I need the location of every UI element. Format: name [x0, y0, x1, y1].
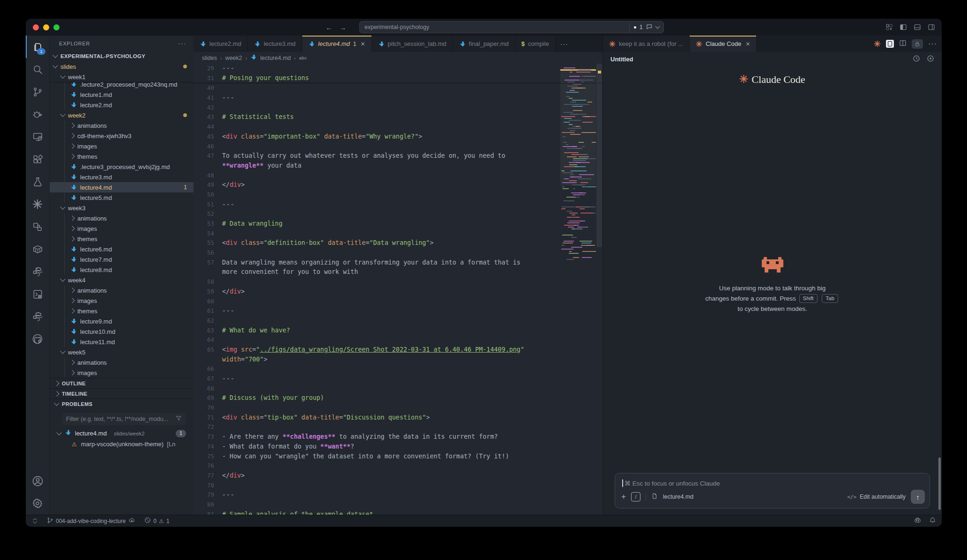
- notifications-bell-icon[interactable]: [929, 517, 936, 525]
- tab-final-paper-md[interactable]: final_paper.md: [453, 36, 515, 52]
- tree-file-.lecture2_processed_mqo243nq.md[interactable]: .lecture2_processed_mqo243nq.md: [50, 82, 193, 89]
- problems-file-row[interactable]: lecture4.md slides/week2 1: [50, 428, 193, 439]
- toggle-primary-sidebar-icon[interactable]: [900, 23, 907, 31]
- tab-pitch-session-lab-md[interactable]: pitch_session_lab.md: [372, 36, 453, 52]
- claude-prompt-input[interactable]: ⌘ Esc to focus or unfocus Claude + / lec…: [615, 473, 930, 508]
- activity-claude-icon[interactable]: [26, 193, 49, 215]
- code-editor[interactable]: 29---31# Posing your questions 4041---42…: [193, 64, 603, 515]
- activity-extensions-icon[interactable]: [26, 148, 49, 170]
- tree-folder-week1[interactable]: week1: [50, 72, 193, 82]
- tab-keep-it-as-a-robot-for-[interactable]: keep it as a robot (for ...: [603, 36, 690, 52]
- slash-command-button[interactable]: /: [631, 492, 640, 501]
- command-center-search[interactable]: experimental-psychology: [359, 21, 633, 33]
- more-actions-icon[interactable]: ···: [928, 40, 937, 48]
- code-line-31: 31# Posing your questions: [193, 74, 603, 83]
- scrollbar-thumb[interactable]: [596, 64, 602, 247]
- tree-file-lecture1.md[interactable]: lecture1.md: [50, 89, 193, 100]
- lock-icon[interactable]: [912, 39, 923, 49]
- tree-folder-themes[interactable]: themes: [50, 151, 193, 162]
- tree-folder-images[interactable]: images: [50, 295, 193, 306]
- more-tabs-button[interactable]: ···: [556, 36, 573, 52]
- toggle-secondary-sidebar-icon[interactable]: [928, 23, 935, 31]
- tree-folder-animations[interactable]: animations: [50, 120, 193, 131]
- tab-lecture3-md[interactable]: lecture3.md: [248, 36, 302, 52]
- activity-notebook-tools-icon[interactable]: [26, 283, 49, 305]
- activity-explorer-icon[interactable]: 1: [26, 36, 49, 58]
- minimize-window-button[interactable]: [43, 24, 49, 30]
- activity-account-icon[interactable]: [26, 470, 49, 492]
- problems-filter-input[interactable]: Filter (e.g. text, **/*.ts, !**/node_mod…: [62, 413, 186, 425]
- tree-folder-week4[interactable]: week4: [50, 275, 193, 285]
- claude-editor-toggle-icon[interactable]: [886, 40, 894, 48]
- section-timeline[interactable]: TIMELINE: [50, 388, 193, 398]
- tree-file-lecture9.md[interactable]: lecture9.md: [50, 316, 193, 326]
- tree-root[interactable]: EXPERIMENTAL-PSYCHOLOGY: [50, 51, 193, 61]
- minimap[interactable]: [560, 64, 596, 265]
- send-button[interactable]: ↑: [911, 490, 925, 504]
- split-editor-icon[interactable]: [899, 39, 907, 49]
- nav-back-button[interactable]: ←: [326, 23, 333, 31]
- zoom-window-button[interactable]: [53, 24, 60, 30]
- explorer-more-actions-button[interactable]: ···: [178, 40, 187, 47]
- close-tab-icon[interactable]: ✕: [360, 41, 365, 47]
- activity-settings-icon[interactable]: [26, 492, 49, 515]
- remote-indicator-icon[interactable]: [31, 517, 38, 524]
- activity-search-icon[interactable]: [26, 58, 49, 81]
- tree-file-lecture10.md[interactable]: lecture10.md: [50, 326, 193, 337]
- activity-run-debug-icon[interactable]: [26, 103, 49, 125]
- tree-folder-themes[interactable]: themes: [50, 306, 193, 316]
- activity-source-control-icon[interactable]: [26, 81, 49, 103]
- tree-folder-themes[interactable]: themes: [50, 234, 193, 244]
- new-chat-icon[interactable]: [927, 55, 934, 64]
- problems-status-item[interactable]: 0 ⚠ 1: [144, 517, 169, 525]
- tab-lecture4-md[interactable]: lecture4.md1✕: [302, 36, 372, 52]
- toggle-panel-icon[interactable]: [914, 23, 921, 31]
- tree-folder-animations[interactable]: animations: [50, 285, 193, 295]
- tree-folder-week3[interactable]: week3: [50, 203, 193, 213]
- tab-compile[interactable]: $compile: [515, 36, 556, 52]
- customize-layout-icon[interactable]: [885, 23, 893, 31]
- activity-container-icon[interactable]: [26, 238, 49, 260]
- tab-lecture2-md[interactable]: lecture2.md: [193, 36, 248, 52]
- activity-symbols-icon[interactable]: [26, 215, 49, 238]
- tree-file-lecture7.md[interactable]: lecture7.md: [50, 254, 193, 265]
- problem-item-row[interactable]: ⚠ marp-vscode(unknown-theme) [Ln: [50, 439, 193, 449]
- attach-plus-button[interactable]: +: [621, 492, 626, 501]
- tree-file-lecture2.md[interactable]: lecture2.md: [50, 100, 193, 110]
- tree-folder-animations[interactable]: animations: [50, 357, 193, 368]
- editor-scrollbar[interactable]: [596, 64, 603, 515]
- tree-folder-images[interactable]: images: [50, 141, 193, 151]
- tree-file-lecture8.md[interactable]: lecture8.md: [50, 265, 193, 275]
- tree-file-lecture11.md[interactable]: lecture11.md: [50, 337, 193, 347]
- chat-control[interactable]: 1: [629, 21, 664, 33]
- panel-scrollbar-thumb[interactable]: [938, 457, 941, 510]
- activity-python-icon[interactable]: [26, 260, 49, 283]
- section-outline[interactable]: OUTLINE: [50, 378, 193, 388]
- history-clock-icon[interactable]: [913, 55, 920, 64]
- breadcrumb[interactable]: slides› week2› lecture4.md› abc: [193, 52, 603, 64]
- tree-file-lecture4.md[interactable]: lecture4.md1: [50, 182, 193, 192]
- tree-folder-animations[interactable]: animations: [50, 213, 193, 223]
- tree-folder-slides[interactable]: slides: [50, 61, 193, 72]
- git-branch-item[interactable]: 004-add-vibe-coding-lecture: [47, 517, 136, 525]
- activity-python-env-icon[interactable]: [26, 305, 49, 328]
- copilot-icon[interactable]: [914, 517, 922, 525]
- tree-file-lecture3.md[interactable]: lecture3.md: [50, 172, 193, 182]
- tab-claude-code[interactable]: Claude Code✕: [690, 36, 757, 52]
- close-tab-icon[interactable]: ✕: [745, 41, 750, 47]
- tree-file-lecture5.md[interactable]: lecture5.md: [50, 192, 193, 203]
- tree-folder-images[interactable]: images: [50, 368, 193, 378]
- edit-mode-selector[interactable]: </> Edit automatically: [847, 494, 906, 500]
- activity-testing-icon[interactable]: [26, 170, 49, 193]
- tree-folder-cdl-theme-xjwh3hv3[interactable]: cdl-theme-xjwh3hv3: [50, 131, 193, 141]
- close-window-button[interactable]: [33, 24, 39, 30]
- tree-folder-week5[interactable]: week5: [50, 347, 193, 357]
- section-problems[interactable]: PROBLEMS: [50, 398, 193, 409]
- tree-file-lecture6.md[interactable]: lecture6.md: [50, 244, 193, 254]
- tree-file-.lecture3_processed_wvlsj2jg.md[interactable]: .lecture3_processed_wvlsj2jg.md: [50, 162, 193, 172]
- activity-remote-explorer-icon[interactable]: [26, 125, 49, 148]
- nav-forward-button[interactable]: →: [339, 23, 346, 31]
- tree-folder-week2[interactable]: week2: [50, 110, 193, 120]
- activity-github-icon[interactable]: [26, 328, 49, 350]
- tree-folder-images[interactable]: images: [50, 223, 193, 234]
